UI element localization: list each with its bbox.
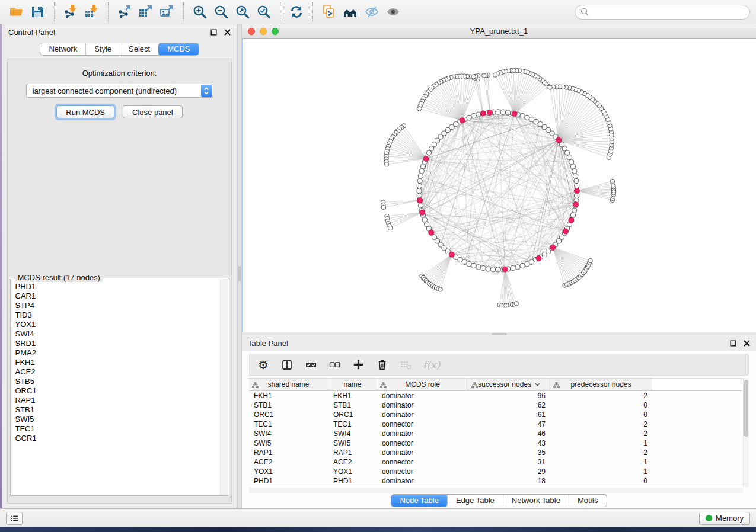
- horizontal-splitter[interactable]: [242, 332, 756, 335]
- show-all-button[interactable]: [382, 2, 404, 22]
- close-panel-icon[interactable]: [744, 340, 750, 347]
- graph-node[interactable]: [569, 159, 574, 164]
- graph-node[interactable]: [506, 110, 511, 115]
- mcds-result-item[interactable]: TID3: [15, 310, 219, 320]
- graph-node[interactable]: [575, 184, 579, 188]
- scrollbar-thumb[interactable]: [744, 380, 748, 437]
- leaf-node[interactable]: [471, 75, 476, 79]
- mcds-result-item[interactable]: STP4: [15, 301, 219, 310]
- mcds-node[interactable]: [502, 267, 508, 272]
- graph-node[interactable]: [534, 119, 538, 124]
- mcds-node[interactable]: [550, 245, 556, 250]
- splitter-grip[interactable]: [238, 266, 241, 281]
- leaf-node[interactable]: [514, 302, 518, 306]
- search-input[interactable]: [592, 8, 744, 17]
- graph-node[interactable]: [515, 265, 520, 270]
- hide-selected-button[interactable]: [361, 2, 382, 22]
- mcds-node[interactable]: [575, 188, 580, 194]
- mcds-node[interactable]: [423, 156, 429, 161]
- graph-node[interactable]: [417, 178, 422, 183]
- graph-node[interactable]: [570, 164, 575, 169]
- mcds-result-item[interactable]: STB1: [15, 405, 219, 415]
- select-all-button[interactable]: [304, 358, 317, 372]
- graph-node[interactable]: [575, 193, 579, 198]
- table-row[interactable]: ACE2ACE2connector311: [249, 457, 742, 467]
- mcds-node[interactable]: [573, 202, 578, 207]
- search-field[interactable]: [575, 5, 750, 20]
- mcds-node[interactable]: [449, 252, 454, 257]
- mcds-node[interactable]: [487, 110, 493, 115]
- table-row[interactable]: YOX1YOX1connector291: [249, 467, 742, 476]
- graph-node[interactable]: [418, 174, 423, 178]
- close-panel-icon[interactable]: [224, 29, 231, 36]
- splitter-grip[interactable]: [492, 333, 507, 335]
- vertical-splitter[interactable]: [237, 24, 242, 508]
- graph-node[interactable]: [426, 150, 431, 155]
- graph-node[interactable]: [573, 174, 578, 178]
- column-header-name[interactable]: name: [328, 379, 377, 390]
- network-graph[interactable]: [243, 39, 756, 332]
- add-row-button[interactable]: [352, 358, 365, 372]
- mcds-result-item[interactable]: RAP1: [15, 396, 219, 405]
- leaf-node[interactable]: [493, 73, 497, 77]
- tab-network[interactable]: Network: [40, 43, 85, 55]
- tab-network-table[interactable]: Network Table: [503, 495, 569, 507]
- mcds-result-item[interactable]: YOX1: [15, 320, 219, 329]
- open-folder-button[interactable]: [6, 2, 27, 22]
- graph-node[interactable]: [529, 117, 534, 122]
- mcds-list-scrollbar[interactable]: [220, 279, 228, 495]
- zoom-out-button[interactable]: [210, 2, 232, 22]
- deselect-all-button[interactable]: [328, 358, 341, 372]
- table-row[interactable]: TEC1TEC1connector472: [249, 419, 742, 429]
- leaf-node[interactable]: [388, 226, 393, 230]
- mcds-result-item[interactable]: SWI4: [15, 329, 219, 339]
- graph-node[interactable]: [511, 266, 515, 271]
- mcds-result-item[interactable]: ACE2: [15, 367, 219, 377]
- column-header-mcds-role[interactable]: MCDS role: [377, 379, 468, 390]
- mcds-node[interactable]: [563, 229, 569, 234]
- table-row[interactable]: SWI5SWI5connector431: [249, 438, 742, 448]
- mcds-result-item[interactable]: PMA2: [15, 348, 219, 358]
- graph-node[interactable]: [420, 164, 425, 169]
- tab-mcds[interactable]: MCDS: [158, 43, 198, 55]
- graph-node[interactable]: [486, 267, 490, 271]
- mcds-result-item[interactable]: PHD1: [15, 282, 219, 291]
- graph-node[interactable]: [570, 213, 575, 217]
- graph-node[interactable]: [425, 222, 429, 227]
- mcds-node[interactable]: [429, 230, 434, 235]
- column-header-shared-name[interactable]: shared name: [249, 379, 328, 390]
- graph-node[interactable]: [572, 208, 577, 213]
- export-table-button[interactable]: [135, 2, 157, 22]
- float-panel-icon[interactable]: [730, 340, 736, 347]
- leaf-node[interactable]: [384, 162, 388, 166]
- mcds-result-item[interactable]: SRD1: [15, 339, 219, 348]
- mcds-node[interactable]: [569, 217, 574, 223]
- mcds-result-item[interactable]: GCR1: [15, 434, 219, 443]
- optimization-criterion-select[interactable]: largest connected component (undirected): [26, 84, 213, 98]
- export-image-button[interactable]: [157, 2, 178, 22]
- table-row[interactable]: ORC1ORC1dominator610: [249, 410, 742, 419]
- graph-node[interactable]: [496, 267, 500, 272]
- tab-node-table[interactable]: Node Table: [391, 495, 447, 507]
- mcds-result-item[interactable]: CAR1: [15, 291, 219, 301]
- task-history-button[interactable]: [6, 512, 23, 525]
- graph-node[interactable]: [462, 259, 467, 264]
- graph-node[interactable]: [422, 217, 427, 222]
- graph-node[interactable]: [572, 169, 577, 174]
- graph-node[interactable]: [471, 263, 476, 268]
- graph-node[interactable]: [476, 265, 481, 270]
- mcds-result-item[interactable]: TEC1: [15, 424, 219, 434]
- mcds-node[interactable]: [480, 111, 486, 116]
- export-network-button[interactable]: [114, 2, 135, 22]
- table-row[interactable]: RAP1RAP1dominator352: [249, 448, 742, 457]
- leaf-node[interactable]: [610, 179, 614, 183]
- mcds-result-item[interactable]: STB5: [15, 377, 219, 386]
- graph-node[interactable]: [476, 112, 481, 117]
- graph-node[interactable]: [471, 113, 476, 118]
- leaf-node[interactable]: [417, 107, 422, 111]
- show-column-button[interactable]: [280, 358, 294, 372]
- graph-node[interactable]: [491, 267, 496, 272]
- mcds-node[interactable]: [417, 198, 422, 203]
- leaf-node[interactable]: [482, 73, 486, 78]
- first-neighbors-button[interactable]: [340, 2, 361, 22]
